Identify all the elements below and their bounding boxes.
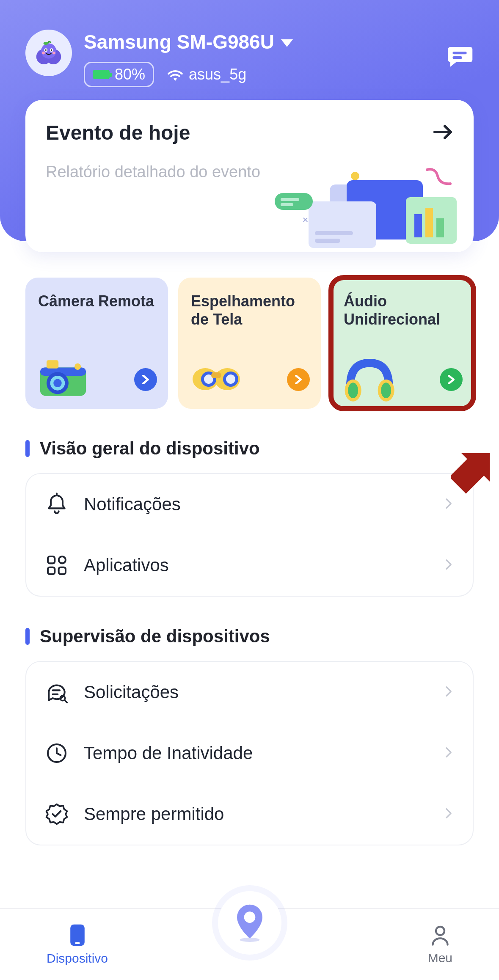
list-label: Tempo de Inatividade [84, 743, 428, 763]
bell-icon [45, 493, 69, 516]
supervision-item-always-allowed[interactable]: Sempre permitido [26, 784, 473, 845]
svg-point-41 [348, 383, 358, 398]
section-title: Visão geral do dispositivo [40, 438, 260, 459]
svg-rect-39 [211, 372, 221, 378]
clock-icon [45, 741, 69, 765]
bottom-nav: Dispositivo Meu [0, 908, 499, 980]
feature-row: Câmera Remota Espelhamento de Tela [0, 252, 499, 409]
svg-rect-18 [275, 193, 313, 210]
event-card[interactable]: Evento de hoje Relatório detalhado do ev… [25, 100, 474, 252]
svg-rect-22 [414, 214, 422, 237]
svg-rect-16 [315, 239, 340, 243]
svg-point-58 [436, 927, 444, 935]
wifi-status: asus_5g [167, 66, 246, 83]
chat-button[interactable] [446, 44, 474, 70]
header: Samsung SM-G986U 80% asus_5g [0, 0, 499, 100]
event-title: Evento de hoje [46, 121, 190, 144]
svg-point-57 [240, 938, 259, 942]
svg-point-38 [226, 374, 235, 384]
device-info: Samsung SM-G986U 80% asus_5g [84, 30, 474, 87]
section-overview: Visão geral do dispositivo Notificações … [0, 409, 499, 597]
section-header: Visão geral do dispositivo [25, 438, 474, 459]
badge-check-icon [45, 802, 69, 826]
svg-point-6 [51, 49, 52, 51]
nav-item-device[interactable]: Dispositivo [47, 923, 108, 966]
list-label: Aplicativos [84, 555, 428, 575]
battery-status: 80% [84, 62, 154, 87]
device-name: Samsung SM-G986U [84, 30, 274, 53]
nav-location-button[interactable] [218, 891, 281, 955]
device-status-row: 80% asus_5g [84, 62, 474, 87]
list-label: Notificações [84, 494, 428, 515]
svg-rect-11 [453, 56, 462, 59]
wifi-name: asus_5g [189, 66, 246, 83]
svg-text:✕: ✕ [302, 216, 309, 224]
svg-point-8 [52, 52, 55, 55]
feature-screen-mirror[interactable]: Espelhamento de Tela [178, 278, 321, 409]
go-button[interactable] [134, 368, 157, 391]
request-icon [45, 680, 69, 704]
section-supervision: Supervisão de dispositivos Solicitações … [0, 597, 499, 845]
list-label: Solicitações [84, 682, 428, 702]
list-label: Sempre permitido [84, 804, 428, 824]
feature-title: Câmera Remota [38, 292, 155, 310]
svg-rect-46 [59, 556, 66, 563]
svg-point-32 [74, 363, 81, 370]
apps-grid-icon [45, 553, 69, 577]
feature-remote-camera[interactable]: Câmera Remota [25, 278, 168, 409]
svg-rect-55 [75, 942, 80, 944]
event-illustration: ✕ [266, 168, 461, 252]
chevron-right-icon [443, 747, 454, 760]
device-selector[interactable]: Samsung SM-G986U [84, 30, 474, 53]
annotation-pointer-arrow-icon [451, 449, 499, 514]
section-header: Supervisão de dispositivos [25, 626, 474, 647]
camera-icon [36, 354, 91, 400]
section-accent-bar [25, 440, 30, 457]
chevron-right-icon [443, 686, 454, 699]
feature-one-way-audio[interactable]: Áudio Unidirecional [331, 278, 474, 409]
wifi-icon [167, 68, 184, 81]
svg-point-7 [42, 52, 45, 55]
nav-item-mine[interactable]: Meu [428, 924, 452, 965]
section-title: Supervisão de dispositivos [40, 626, 270, 647]
svg-rect-47 [48, 567, 55, 574]
go-button[interactable] [440, 368, 463, 391]
chat-icon [446, 44, 474, 68]
phone-icon [67, 923, 88, 947]
go-button[interactable] [287, 368, 310, 391]
event-title-row: Evento de hoje [46, 121, 453, 144]
location-pin-icon [233, 903, 267, 943]
chevron-down-icon [281, 39, 293, 47]
overview-list: Notificações Aplicativos [25, 473, 474, 597]
overview-item-notifications[interactable]: Notificações [26, 474, 473, 535]
svg-point-5 [45, 49, 47, 51]
battery-icon [93, 70, 110, 79]
arrow-right-icon [433, 124, 453, 142]
svg-rect-15 [315, 231, 353, 235]
svg-rect-45 [48, 556, 55, 563]
svg-rect-23 [425, 208, 433, 237]
supervision-item-downtime[interactable]: Tempo de Inatividade [26, 723, 473, 784]
svg-rect-20 [281, 203, 293, 206]
svg-point-17 [351, 172, 359, 180]
svg-point-31 [53, 379, 61, 387]
svg-point-9 [44, 42, 48, 45]
supervision-list: Solicitações Tempo de Inatividade Sempre… [25, 661, 474, 845]
section-accent-bar [25, 628, 30, 645]
headphones-icon [341, 354, 396, 400]
svg-rect-10 [453, 52, 467, 54]
svg-point-56 [244, 911, 255, 923]
svg-rect-28 [47, 360, 58, 368]
chevron-right-icon [443, 559, 454, 572]
battery-percent: 80% [115, 66, 145, 83]
supervision-item-requests[interactable]: Solicitações [26, 662, 473, 723]
avatar[interactable] [25, 30, 72, 76]
svg-line-52 [65, 700, 67, 703]
svg-rect-19 [281, 198, 299, 201]
feature-title: Espelhamento de Tela [191, 292, 308, 328]
nav-label: Dispositivo [47, 951, 108, 966]
nav-label: Meu [428, 951, 452, 965]
binoculars-icon [188, 354, 243, 400]
person-icon [430, 924, 451, 947]
overview-item-apps[interactable]: Aplicativos [26, 535, 473, 596]
